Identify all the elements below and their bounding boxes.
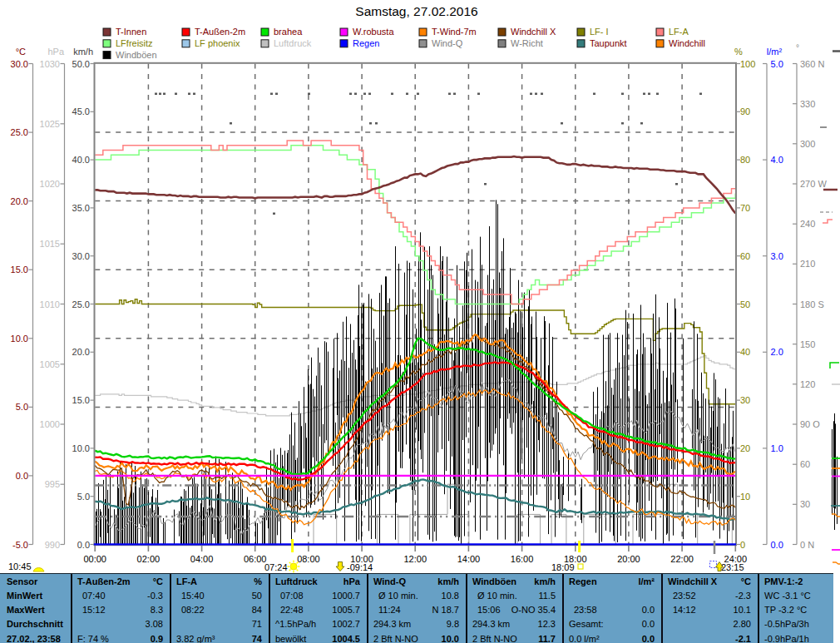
svg-text:5.0: 5.0 xyxy=(16,402,28,412)
svg-text:180 S: 180 S xyxy=(800,299,824,309)
svg-text:W-Richt: W-Richt xyxy=(511,38,543,48)
svg-text:300: 300 xyxy=(800,139,815,149)
svg-text:W.robusta: W.robusta xyxy=(353,27,394,37)
svg-text:3.0: 3.0 xyxy=(771,251,783,261)
svg-text:Wind-Q: Wind-Q xyxy=(432,38,463,48)
svg-text:45.0: 45.0 xyxy=(72,106,90,116)
svg-text:04:00: 04:00 xyxy=(190,554,214,564)
svg-text:LF- I: LF- I xyxy=(590,27,609,37)
svg-text:16:00: 16:00 xyxy=(511,554,534,564)
svg-text:80: 80 xyxy=(740,155,750,165)
svg-text:30: 30 xyxy=(740,395,750,405)
svg-text:25.0: 25.0 xyxy=(72,299,90,309)
svg-text:T-Außen-2m: T-Außen-2m xyxy=(195,27,245,37)
svg-text:70: 70 xyxy=(740,203,750,213)
svg-text:330: 330 xyxy=(800,99,815,109)
svg-text:Windchill: Windchill xyxy=(669,38,705,48)
svg-text:14:00: 14:00 xyxy=(457,554,481,564)
svg-text:1010: 1010 xyxy=(40,299,60,309)
svg-text:270 W: 270 W xyxy=(800,179,827,189)
svg-text:T-Wind-7m: T-Wind-7m xyxy=(432,27,477,37)
svg-text:08:00: 08:00 xyxy=(297,554,320,564)
svg-text:15.0: 15.0 xyxy=(11,265,28,275)
svg-text:0.0: 0.0 xyxy=(771,540,783,550)
svg-text:30: 30 xyxy=(800,499,810,509)
svg-text:35.0: 35.0 xyxy=(72,203,90,213)
svg-text:5.0: 5.0 xyxy=(771,59,783,69)
svg-text:210: 210 xyxy=(800,259,815,269)
svg-text:00:00: 00:00 xyxy=(83,554,106,564)
svg-text:20:00: 20:00 xyxy=(617,554,640,564)
svg-text:100: 100 xyxy=(740,59,755,69)
svg-text:150: 150 xyxy=(800,339,815,349)
svg-text:06:00: 06:00 xyxy=(244,554,267,564)
svg-text:90: 90 xyxy=(740,106,750,116)
svg-text:1005: 1005 xyxy=(40,359,60,369)
svg-text:30.0: 30.0 xyxy=(11,59,28,69)
svg-text:km/h: km/h xyxy=(73,47,93,57)
svg-text:LF-A: LF-A xyxy=(669,27,689,37)
svg-text:2.0: 2.0 xyxy=(771,347,783,357)
svg-text:0 N: 0 N xyxy=(800,540,814,550)
svg-text:60: 60 xyxy=(740,251,750,261)
svg-text:Taupunkt: Taupunkt xyxy=(590,38,627,48)
svg-text:60: 60 xyxy=(800,459,810,469)
svg-text:07:24: 07:24 xyxy=(264,562,288,572)
svg-text:0.0: 0.0 xyxy=(16,471,28,481)
svg-text:22:00: 22:00 xyxy=(670,554,694,564)
svg-text:1000: 1000 xyxy=(40,419,60,429)
svg-text:Samstag, 27.02.2016: Samstag, 27.02.2016 xyxy=(355,4,477,18)
svg-text:10: 10 xyxy=(740,492,750,502)
svg-text:°C: °C xyxy=(16,47,26,57)
svg-text:15.0: 15.0 xyxy=(72,395,90,405)
svg-text:hPa: hPa xyxy=(47,47,64,57)
svg-text:1015: 1015 xyxy=(40,239,60,249)
svg-text:20.0: 20.0 xyxy=(11,196,28,206)
svg-text:%: % xyxy=(734,47,743,57)
svg-text:-09:14: -09:14 xyxy=(347,562,373,572)
svg-text:°: ° xyxy=(796,43,799,52)
svg-text:02:00: 02:00 xyxy=(137,554,161,564)
svg-text:10.0: 10.0 xyxy=(11,334,28,344)
svg-text:0.0: 0.0 xyxy=(77,540,90,550)
svg-text:Windchill X: Windchill X xyxy=(511,27,556,37)
svg-text:LF phoenix: LF phoenix xyxy=(195,38,240,48)
svg-text:1020: 1020 xyxy=(40,179,60,189)
svg-text:4.0: 4.0 xyxy=(771,155,783,165)
svg-text:l/m²: l/m² xyxy=(767,47,783,57)
svg-text:18:09: 18:09 xyxy=(551,562,575,572)
svg-text:12:00: 12:00 xyxy=(403,554,427,564)
svg-text:T-Innen: T-Innen xyxy=(116,27,146,37)
svg-text:1.0: 1.0 xyxy=(771,443,783,453)
svg-text:Regen: Regen xyxy=(353,38,379,48)
svg-text:0: 0 xyxy=(740,540,745,550)
svg-text:360 N: 360 N xyxy=(800,59,824,69)
svg-text:120: 120 xyxy=(800,379,815,389)
svg-text:40.0: 40.0 xyxy=(72,155,90,165)
svg-text:30.0: 30.0 xyxy=(72,251,90,261)
svg-text:10.0: 10.0 xyxy=(72,443,90,453)
svg-text:Luftdruck: Luftdruck xyxy=(274,38,312,48)
svg-text:5.0: 5.0 xyxy=(77,492,90,502)
svg-text:10:45: 10:45 xyxy=(8,561,32,571)
svg-text:-5.0: -5.0 xyxy=(12,540,28,550)
svg-text:LFfreisitz: LFfreisitz xyxy=(116,38,153,48)
svg-text:50: 50 xyxy=(740,299,750,309)
svg-text:90 O: 90 O xyxy=(800,419,820,429)
svg-text:20: 20 xyxy=(740,443,750,453)
svg-text:50.0: 50.0 xyxy=(72,59,90,69)
svg-text:40: 40 xyxy=(740,347,750,357)
svg-text:995: 995 xyxy=(45,479,60,489)
svg-text:brahea: brahea xyxy=(274,27,303,37)
svg-text:1030: 1030 xyxy=(40,59,60,69)
svg-text:1025: 1025 xyxy=(40,119,60,129)
svg-text:240: 240 xyxy=(800,219,815,229)
svg-text:990: 990 xyxy=(45,540,60,550)
svg-text:25.0: 25.0 xyxy=(11,127,28,137)
svg-text:20.0: 20.0 xyxy=(72,347,90,357)
svg-text:Windböen: Windböen xyxy=(116,50,157,60)
svg-text:23:15: 23:15 xyxy=(721,562,744,572)
